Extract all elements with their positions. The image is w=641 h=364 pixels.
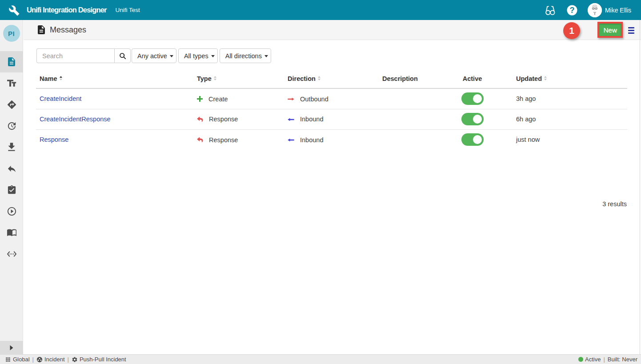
reply-icon [197,137,203,143]
app-subtitle: Unifi Test [116,7,140,13]
directions-icon [7,100,17,110]
table-row: CreateIncidentResponse Response Inbound … [36,109,627,129]
statusbar-process[interactable]: Push-Pull Incident [72,356,126,363]
document-icon [6,56,17,67]
reply-icon [197,116,203,122]
search-input[interactable] [36,48,114,63]
type-filter-dropdown[interactable]: All types [178,48,218,63]
play-circle-icon [7,206,17,216]
search-icon [119,52,126,60]
sidebar-item-field-maps[interactable] [0,94,23,115]
code-icon [7,249,17,259]
assignment-icon [7,185,17,195]
sidebar-item-pollers[interactable] [0,136,23,158]
sort-asc-icon [60,76,62,80]
integration-icon [36,356,43,363]
help-icon[interactable]: ? [567,5,577,16]
caret-down-icon [170,55,173,57]
status-active-dot [578,357,583,362]
sidebar: PI [0,20,23,354]
statusbar-process-label: Push-Pull Incident [80,356,126,363]
plus-icon [197,96,203,102]
sidebar-item-polls[interactable] [0,115,23,136]
arrow-right-icon [288,97,294,101]
messages-document-icon [36,24,47,35]
top-bar: Unifi Integration Designer Unifi Test ? [0,0,641,20]
sidebar-item-docs[interactable] [0,222,23,243]
messages-table: Name Type Direction Description Active U… [36,69,627,150]
arrow-left-icon [288,138,294,142]
statusbar-status-label: Active [585,356,601,363]
text-icon [6,78,17,88]
message-link[interactable]: CreateIncident [40,95,81,102]
separator: | [32,356,34,363]
svg-text:?: ? [569,5,574,14]
status-bar: Global | Incident | Push-Pull Incident A… [0,354,641,364]
annotation-highlight-box: New [597,22,623,38]
content-right-edge [640,20,640,354]
update-icon [7,121,17,131]
column-header-name[interactable]: Name [36,69,193,88]
active-filter-label: Any active [137,52,167,60]
type-filter-label: All types [184,52,208,60]
statusbar-scope-label: Global [13,356,30,363]
page-header: Messages 1 New [24,20,641,40]
filter-bar: Any active All types All directions [36,48,271,63]
user-avatar[interactable] [588,3,602,17]
sidebar-item-messages[interactable] [0,51,23,72]
menu-hamburger-icon[interactable] [628,27,634,34]
statusbar-integration[interactable]: Incident [36,356,65,363]
sidebar-item-fields[interactable] [0,72,23,94]
message-link[interactable]: Response [40,136,68,143]
workspace-avatar[interactable]: PI [3,25,20,42]
statusbar-integration-label: Incident [44,356,65,363]
separator: | [68,356,69,363]
page: Messages 1 New Any active All types All … [24,20,641,354]
column-header-active[interactable]: Active [445,69,500,88]
column-header-description[interactable]: Description [379,69,445,88]
grid-icon [5,356,11,363]
separator: | [603,356,605,363]
active-toggle[interactable] [461,92,484,105]
active-toggle[interactable] [461,133,484,146]
download-icon [6,141,17,153]
sidebar-item-runs[interactable] [0,200,23,222]
sidebar-item-responses[interactable] [0,158,23,179]
results-count: 3 results [602,200,627,208]
direction-filter-label: All directions [225,52,262,60]
user-name[interactable]: Mike Ellis [605,7,631,14]
arrow-left-icon [288,117,294,122]
page-title: Messages [50,25,86,35]
app-title: Unifi Integration Designer [27,6,107,14]
wrench-logo-icon [8,4,21,18]
sort-icon [318,76,320,80]
table-row: Response Response Inbound just now [36,129,627,150]
gear-icon [72,356,78,363]
active-toggle[interactable] [461,113,484,125]
book-icon [7,228,17,238]
annotation-step-1: 1 [563,22,580,39]
preview-glasses-icon[interactable] [545,5,556,16]
column-header-type[interactable]: Type [193,69,284,88]
statusbar-scope[interactable]: Global [5,356,30,363]
caret-down-icon [264,55,268,57]
message-link[interactable]: CreateIncidentResponse [40,116,111,123]
direction-filter-dropdown[interactable]: All directions [220,48,271,63]
chevron-right-icon [9,345,14,351]
caret-down-icon [211,55,215,57]
active-filter-dropdown[interactable]: Any active [132,48,176,63]
sidebar-item-tasks[interactable] [0,179,23,200]
search-button[interactable] [114,48,131,63]
reply-icon [7,164,17,174]
table-row: CreateIncident Create Outbound 3h ago [36,88,627,109]
sidebar-collapse-button[interactable] [0,341,23,354]
new-button[interactable]: New [599,24,621,36]
column-header-updated[interactable]: Updated [500,69,627,88]
column-header-direction[interactable]: Direction [284,69,379,88]
sidebar-item-api[interactable] [0,243,23,264]
statusbar-built-label: Built: Never [608,356,637,363]
sort-icon [544,76,547,80]
sort-icon [214,76,216,80]
